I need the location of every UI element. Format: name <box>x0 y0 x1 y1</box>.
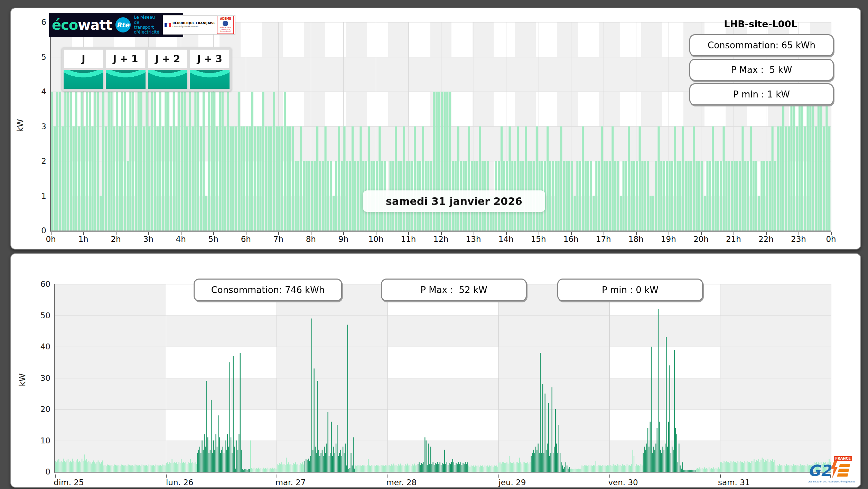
weekly-x-tick-label: dim. 25 <box>54 478 84 487</box>
daily-x-tick-label: 0h <box>46 235 56 244</box>
daily-x-tick <box>278 232 279 235</box>
daily-x-tick-label: 16h <box>563 235 579 244</box>
daily-x-tick-label: 3h <box>143 235 153 244</box>
daily-x-tick-label: 2h <box>111 235 121 244</box>
republique-francaise-badge: RÉPUBLIQUE FRANÇAISE Liberté Égalité Fra… <box>163 15 235 35</box>
rte-logo-icon: Rte <box>115 17 131 32</box>
weekly-chart-canvas <box>55 284 831 472</box>
day-tile-j2[interactable]: J + 2 <box>148 49 188 89</box>
daily-x-tick <box>343 232 344 235</box>
daily-x-tick-label: 23h <box>791 235 806 244</box>
weekly-x-tick <box>720 474 721 478</box>
weekly-x-tick <box>388 474 388 478</box>
daily-x-tick <box>506 232 507 235</box>
daily-y-axis-unit: kW <box>16 119 25 132</box>
weekly-x-tick-label: jeu. 29 <box>498 478 526 487</box>
day-tile-j[interactable]: J <box>64 49 103 89</box>
weekly-x-tick <box>55 474 56 478</box>
daily-x-tick-label: 1h <box>78 235 88 244</box>
daily-x-tick <box>51 232 52 235</box>
daily-x-tick <box>604 232 604 235</box>
weekly-chart-panel: 6050403020100 dim. 25lun. 26mar. 27mer. … <box>10 253 861 488</box>
daily-y-tick-label: 3 <box>26 122 46 131</box>
selected-date-label: samedi 31 janvier 2026 <box>363 190 545 212</box>
ecowatt-gauge-green-icon <box>190 70 230 89</box>
weekly-x-tick <box>609 474 610 478</box>
daily-y-tick-label: 1 <box>26 191 46 200</box>
daily-pmin-box: P min : 1 kW <box>689 83 834 105</box>
daily-x-tick <box>83 232 84 235</box>
daily-x-tick-label: 6h <box>241 235 251 244</box>
weekly-x-tick-label: ven. 30 <box>608 478 638 487</box>
daily-x-tick-label: 15h <box>531 235 546 244</box>
daily-y-tick-label: 2 <box>26 157 46 166</box>
day-tile-j3[interactable]: J + 3 <box>190 49 230 89</box>
weekly-y-tick-label: 10 <box>30 436 50 445</box>
day-tile-j1[interactable]: J + 1 <box>106 49 146 89</box>
ecowatt-gauge-green-icon <box>148 70 188 89</box>
daily-x-tick-label: 8h <box>306 235 316 244</box>
g2e-logo: G2 FRANCE Optimisation des ressources én… <box>808 456 852 482</box>
ecowatt-gauge-green-icon <box>106 70 146 89</box>
daily-x-tick-label: 13h <box>466 235 481 244</box>
daily-x-tick <box>799 232 799 235</box>
daily-x-tick-label: 7h <box>273 235 283 244</box>
daily-chart-panel: 6543210 0h1h2h3h4h5h6h7h8h9h10h11h12h13h… <box>10 8 861 250</box>
daily-x-tick <box>571 232 572 235</box>
daily-x-tick <box>376 232 376 235</box>
weekly-x-tick-label: sam. 31 <box>718 478 750 487</box>
weekly-chart-plot-area <box>54 284 831 473</box>
daily-x-tick-label: 14h <box>498 235 514 244</box>
daily-x-tick <box>148 232 149 235</box>
daily-x-tick <box>539 232 539 235</box>
weekly-x-tick <box>277 474 277 478</box>
weekly-y-tick-label: 20 <box>30 405 50 414</box>
daily-x-tick <box>766 232 767 235</box>
daily-x-tick <box>408 232 409 235</box>
daily-x-tick <box>701 232 702 235</box>
daily-x-tick <box>669 232 669 235</box>
daily-x-tick-label: 17h <box>596 235 611 244</box>
weekly-x-tick-label: mar. 27 <box>276 478 306 487</box>
daily-x-tick <box>474 232 474 235</box>
weekly-y-tick-label: 50 <box>30 311 50 320</box>
daily-x-tick-label: 20h <box>693 235 709 244</box>
daily-x-tick-label: 9h <box>338 235 348 244</box>
daily-y-tick-label: 6 <box>26 18 46 27</box>
daily-x-tick-label: 10h <box>368 235 383 244</box>
ecowatt-day-selector: J J + 1 J + 2 J + 3 <box>62 47 232 91</box>
daily-x-tick-label: 21h <box>726 235 741 244</box>
daily-x-tick-label: 18h <box>628 235 644 244</box>
republique-label: RÉPUBLIQUE FRANÇAISE <box>172 22 215 25</box>
daily-x-tick <box>213 232 214 235</box>
daily-x-tick <box>246 232 246 235</box>
daily-x-tick-label: 19h <box>661 235 676 244</box>
daily-x-tick-label: 12h <box>433 235 449 244</box>
weekly-x-tick-label: lun. 26 <box>166 478 193 487</box>
weekly-x-tick <box>166 474 167 478</box>
daily-x-tick-label: 4h <box>176 235 186 244</box>
french-flag-icon <box>165 23 171 27</box>
weekly-y-axis-unit: kW <box>18 373 27 386</box>
weekly-consumption-box: Consommation: 746 kWh <box>194 279 342 301</box>
site-title: LHB-site-L00L <box>689 19 832 29</box>
daily-x-tick-label: 22h <box>758 235 774 244</box>
weekly-pmin-box: P min : 0 kW <box>557 279 703 301</box>
ecowatt-dashboard: 6543210 0h1h2h3h4h5h6h7h8h9h10h11h12h13h… <box>0 0 868 489</box>
daily-y-tick-label: 5 <box>26 53 46 62</box>
ecowatt-logo-block: écowatt Rte Le réseau de transport d'éle… <box>49 13 183 37</box>
daily-x-tick <box>441 232 442 235</box>
daily-x-tick <box>734 232 734 235</box>
daily-y-tick-label: 0 <box>26 226 46 235</box>
daily-y-tick-label: 4 <box>26 87 46 96</box>
daily-x-tick-label: 5h <box>208 235 218 244</box>
weekly-x-tick <box>498 474 499 478</box>
ademe-badge: ADEME AGENCE DE LA TRANSITION ÉCOLOGIQUE <box>217 16 234 34</box>
g2e-e-icon <box>837 464 850 478</box>
daily-x-tick-label: 0h <box>826 235 836 244</box>
daily-x-tick <box>311 232 311 235</box>
weekly-y-tick-label: 0 <box>30 467 50 476</box>
weekly-y-tick-label: 60 <box>30 280 50 289</box>
daily-x-tick <box>831 232 832 235</box>
daily-x-tick-label: 11h <box>401 235 416 244</box>
